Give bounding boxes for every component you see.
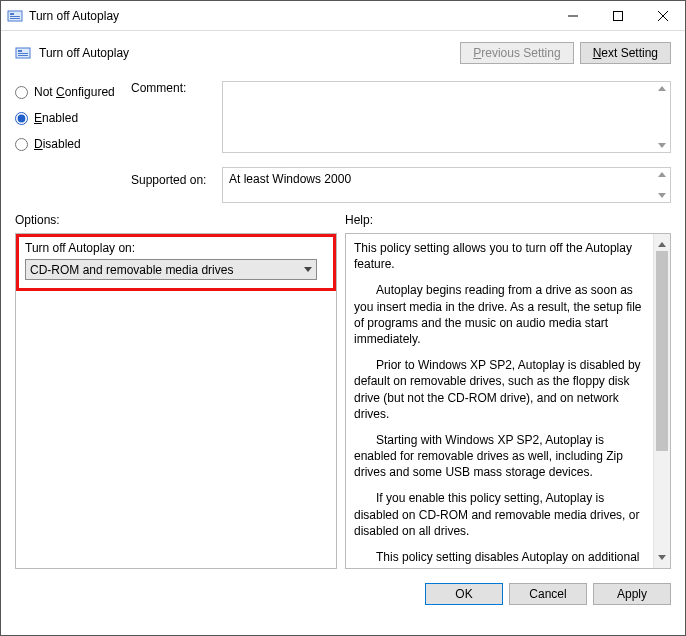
- radio-not-configured[interactable]: Not Configured: [15, 85, 125, 99]
- comment-label: Comment:: [131, 81, 216, 153]
- radio-label: Not Configured: [34, 85, 115, 99]
- header: Turn off Autoplay Previous Setting Next …: [1, 31, 685, 75]
- next-setting-button[interactable]: Next Setting: [580, 42, 671, 64]
- svg-rect-1: [10, 13, 14, 15]
- chevron-down-icon: [304, 267, 312, 272]
- supported-on-value: At least Windows 2000: [223, 168, 654, 202]
- options-highlight: Turn off Autoplay on: CD-ROM and removab…: [16, 234, 336, 291]
- svg-rect-10: [18, 53, 28, 54]
- minimize-button[interactable]: [550, 1, 595, 30]
- help-panel: This policy setting allows you to turn o…: [345, 233, 671, 569]
- svg-rect-9: [18, 50, 22, 52]
- ok-button[interactable]: OK: [425, 583, 503, 605]
- radio-disabled[interactable]: Disabled: [15, 137, 125, 151]
- svg-rect-2: [10, 16, 20, 17]
- policy-icon: [7, 8, 23, 24]
- window-title: Turn off Autoplay: [29, 9, 119, 23]
- header-title: Turn off Autoplay: [39, 46, 129, 60]
- options-panel: Turn off Autoplay on: CD-ROM and removab…: [15, 233, 337, 569]
- dropdown-value: CD-ROM and removable media drives: [30, 263, 233, 277]
- options-label: Options:: [15, 213, 345, 227]
- help-text: This policy setting allows you to turn o…: [346, 234, 653, 568]
- autoplay-on-dropdown[interactable]: CD-ROM and removable media drives: [25, 259, 317, 280]
- radio-label: Disabled: [34, 137, 81, 151]
- supported-on-box: At least Windows 2000: [222, 167, 671, 203]
- titlebar: Turn off Autoplay: [1, 1, 685, 31]
- close-button[interactable]: [640, 1, 685, 30]
- svg-rect-11: [18, 55, 28, 56]
- radio-label: Enabled: [34, 111, 78, 125]
- svg-rect-5: [613, 11, 622, 20]
- maximize-button[interactable]: [595, 1, 640, 30]
- help-label: Help:: [345, 213, 373, 227]
- supported-on-label: Supported on:: [131, 167, 216, 187]
- svg-rect-3: [10, 18, 20, 19]
- scrollbar[interactable]: [653, 234, 670, 568]
- policy-icon: [15, 45, 31, 61]
- comment-textarea[interactable]: [222, 81, 671, 153]
- scrollbar[interactable]: [654, 82, 670, 152]
- apply-button[interactable]: Apply: [593, 583, 671, 605]
- autoplay-on-label: Turn off Autoplay on:: [25, 241, 327, 255]
- cancel-button[interactable]: Cancel: [509, 583, 587, 605]
- radio-enabled[interactable]: Enabled: [15, 111, 125, 125]
- previous-setting-button: Previous Setting: [460, 42, 573, 64]
- scrollbar: [654, 168, 670, 202]
- scrollbar-thumb[interactable]: [656, 251, 668, 451]
- dialog-footer: OK Cancel Apply: [1, 569, 685, 605]
